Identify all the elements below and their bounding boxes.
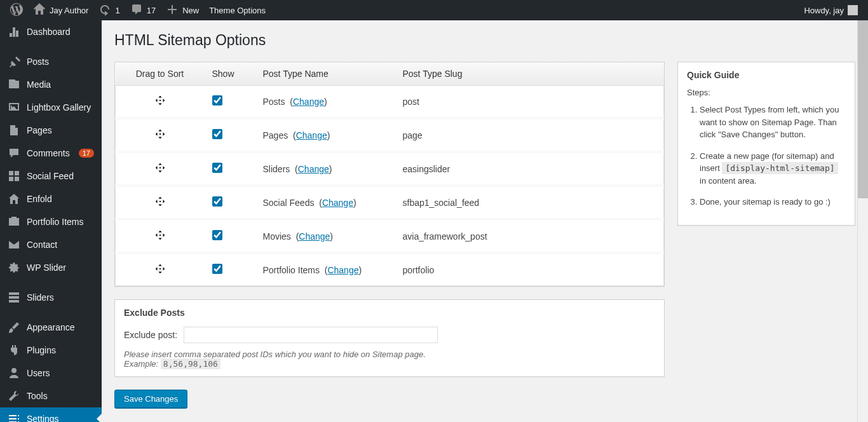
show-checkbox[interactable] [212, 163, 222, 173]
sidebar-item-comments[interactable]: Comments17 [0, 142, 102, 165]
post-type-slug: post [395, 86, 664, 119]
table-row: Movies (Change)avia_framework_post [116, 219, 664, 253]
scrollbar-thumb[interactable] [858, 20, 868, 198]
sidebar-item-settings[interactable]: Settings [0, 407, 102, 422]
drag-handle-icon[interactable] [154, 266, 166, 276]
media-icon [8, 78, 20, 91]
sidebar-item-media[interactable]: Media [0, 73, 102, 96]
exclude-heading: Exclude Posts [124, 308, 655, 318]
sidebar-item-wp-slider[interactable]: WP Slider [0, 256, 102, 279]
content-area: HTML Sitemap Options Drag to Sort Show P… [102, 20, 868, 422]
menu-label: Sliders [27, 292, 54, 303]
admin-bar: Jay Author 1 17 New Theme Options Howdy,… [0, 0, 868, 20]
save-button[interactable]: Save Changes [114, 390, 187, 408]
menu-label: Tools [27, 391, 48, 401]
sidebar-item-pages[interactable]: Pages [0, 119, 102, 142]
show-checkbox[interactable] [212, 230, 222, 240]
drag-handle-icon[interactable] [154, 165, 166, 175]
drag-handle-icon[interactable] [154, 132, 166, 142]
sidebar-item-posts[interactable]: Posts [0, 50, 102, 73]
drag-handle-icon[interactable] [154, 199, 166, 209]
show-checkbox[interactable] [212, 264, 222, 274]
th-show: Show [205, 62, 255, 86]
post-type-name: Social Feeds [263, 198, 315, 208]
change-link[interactable]: Change [298, 164, 329, 174]
menu-label: Users [27, 368, 50, 378]
comments-count: 17 [147, 6, 156, 15]
change-link[interactable]: Change [327, 265, 358, 275]
post-type-slug: page [395, 118, 664, 152]
plus-icon [166, 3, 179, 18]
menu-label: Comments [27, 148, 70, 158]
pin-icon [8, 55, 20, 68]
sidebar-item-enfold[interactable]: Enfold [0, 187, 102, 210]
post-type-slug: sfbap1_social_feed [395, 186, 664, 219]
post-type-slug: portfolio [395, 253, 664, 286]
sidebar-item-portfolio-items[interactable]: Portfolio Items [0, 210, 102, 233]
show-checkbox[interactable] [212, 129, 222, 139]
dashboard-icon [8, 25, 20, 38]
post-type-name: Posts [263, 97, 285, 107]
table-row: Social Feeds (Change)sfbap1_social_feed [116, 186, 664, 219]
table-row: Portfolio Items (Change)portfolio [116, 253, 664, 286]
sidebar-item-social-feed[interactable]: Social Feed [0, 165, 102, 187]
menu-label: Portfolio Items [27, 217, 83, 227]
exclude-posts-box: Exclude Posts Exclude post: Please inser… [114, 299, 665, 377]
post-type-name: Pages [263, 130, 288, 140]
show-checkbox[interactable] [212, 95, 222, 106]
new-content-link[interactable]: New [161, 0, 204, 20]
sidebar-item-tools[interactable]: Tools [0, 385, 102, 407]
sidebar-item-contact[interactable]: Contact [0, 233, 102, 256]
sidebar-item-sliders[interactable]: Sliders [0, 286, 102, 309]
comment-icon [8, 147, 20, 160]
sidebar-item-users[interactable]: Users [0, 362, 102, 385]
change-link[interactable]: Change [322, 198, 353, 208]
menu-label: Posts [27, 57, 49, 67]
scrollbar[interactable] [857, 20, 868, 422]
my-account[interactable]: Howdy, jay [799, 0, 863, 20]
show-checkbox[interactable] [212, 196, 222, 207]
wrench-icon [8, 390, 20, 402]
theme-options-link[interactable]: Theme Options [204, 0, 271, 20]
drag-handle-icon[interactable] [154, 98, 166, 108]
menu-label: Contact [27, 240, 57, 250]
sidebar-item-dashboard[interactable]: Dashboard [0, 20, 102, 43]
new-label: New [182, 6, 199, 15]
menu-label: Lightbox Gallery [27, 102, 91, 112]
sidebar-item-appearance[interactable]: Appearance [0, 316, 102, 339]
updates-count: 1 [115, 6, 119, 15]
steps-label: Steps: [687, 88, 846, 97]
change-link[interactable]: Change [299, 231, 330, 242]
change-link[interactable]: Change [296, 130, 327, 140]
post-type-name: Portfolio Items [263, 265, 320, 275]
change-link[interactable]: Change [293, 97, 324, 107]
count-badge: 17 [79, 149, 94, 158]
site-name-link[interactable]: Jay Author [28, 0, 93, 20]
menu-label: WP Slider [27, 262, 66, 273]
refresh-icon [98, 3, 111, 18]
menu-label: Dashboard [27, 27, 71, 37]
table-row: Pages (Change)page [116, 118, 664, 152]
menu-label: Settings [27, 414, 59, 422]
sidebar-item-plugins[interactable]: Plugins [0, 339, 102, 362]
sliders-icon [8, 291, 20, 304]
exclude-example: 8,56,98,106 [161, 358, 220, 369]
post-types-table-box: Drag to Sort Show Post Type Name Post Ty… [114, 62, 665, 287]
post-type-name: Sliders [263, 164, 290, 174]
th-slug: Post Type Slug [395, 62, 664, 86]
updates-link[interactable]: 1 [93, 0, 125, 20]
gallery-icon [8, 101, 20, 114]
brush-icon [8, 321, 20, 334]
menu-label: Appearance [27, 322, 75, 332]
exclude-input[interactable] [184, 327, 438, 343]
quick-guide-box: Quick Guide Steps: Select Post Types fro… [677, 62, 855, 226]
th-drag: Drag to Sort [116, 62, 205, 86]
wp-logo[interactable] [5, 0, 28, 20]
sidebar-item-lightbox-gallery[interactable]: Lightbox Gallery [0, 96, 102, 119]
admin-bar-right: Howdy, jay [799, 0, 863, 20]
table-row: Sliders (Change)easingslider [116, 152, 664, 186]
comments-link[interactable]: 17 [125, 0, 161, 20]
post-type-name: Movies [263, 231, 291, 242]
user-icon [8, 367, 20, 379]
drag-handle-icon[interactable] [154, 233, 166, 243]
